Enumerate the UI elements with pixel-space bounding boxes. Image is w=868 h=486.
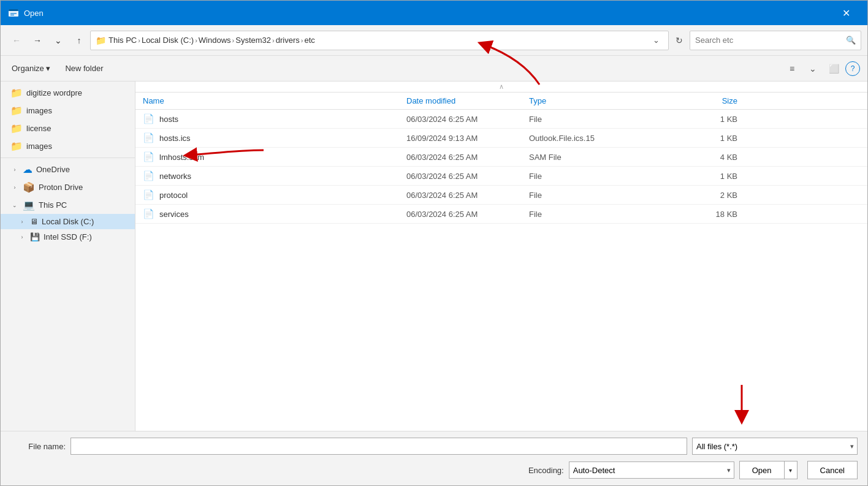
dialog-title: Open	[24, 9, 44, 18]
file-name-networks: networks	[159, 172, 191, 181]
sidebar-item-images-2[interactable]: 📁 images	[1, 137, 135, 155]
intelssd-icon: 💾	[30, 232, 40, 241]
title-bar-icon	[8, 7, 19, 18]
view-dropdown-button[interactable]: ⌄	[804, 60, 822, 77]
scroll-up-icon: ∧	[499, 83, 504, 91]
encoding-select-wrapper[interactable]: Auto-Detect UTF-8 UTF-16	[569, 461, 734, 479]
file-area: ∧ Name Date modified Type Size	[135, 82, 867, 431]
filename-input[interactable]	[70, 438, 687, 455]
search-input[interactable]	[695, 36, 842, 45]
new-folder-button[interactable]: New folder	[61, 61, 107, 75]
scroll-up-indicator: ∧	[135, 82, 867, 93]
file-type-networks: File	[529, 172, 664, 181]
encoding-row: Encoding: Auto-Detect UTF-8 UTF-16 Open …	[10, 461, 858, 479]
expand-icon-thispc: ⌄	[10, 201, 19, 210]
view-tile-button[interactable]: ⬜	[824, 60, 843, 77]
main-area: 📁 digitize wordpre 📁 images 📁 license 📁 …	[1, 82, 867, 431]
file-row-networks[interactable]: 📄 networks 06/03/2024 6:25 AM File 1 KB	[135, 167, 867, 186]
file-size-lmhosts: 4 KB	[664, 153, 737, 162]
file-icon-protocol: 📄	[143, 189, 154, 200]
address-folder-icon: 📁	[96, 36, 106, 45]
file-row-services[interactable]: 📄 services 06/03/2024 6:25 AM File 18 KB	[135, 205, 867, 224]
file-date-protocol: 06/03/2024 6:25 AM	[406, 191, 529, 200]
title-bar: Open ✕	[1, 1, 867, 25]
sidebar-item-digitize-wordpre[interactable]: 📁 digitize wordpre	[1, 84, 135, 102]
sidebar-label-proton: Proton Drive	[39, 183, 130, 192]
file-size-services: 18 KB	[664, 210, 737, 219]
sidebar-label-license: license	[26, 124, 130, 133]
file-date-services: 06/03/2024 6:25 AM	[406, 210, 529, 219]
breadcrumb-item-localdisk: Local Disk (C:)	[142, 36, 194, 45]
sidebar-item-license[interactable]: 📁 license	[1, 120, 135, 137]
search-icon: 🔍	[846, 36, 856, 45]
file-icon-hosts: 📄	[143, 113, 154, 124]
breadcrumb-item-etc: etc	[304, 36, 314, 45]
file-size-protocol: 2 KB	[664, 191, 737, 200]
file-row-hosts[interactable]: 📄 hosts 06/03/2024 6:25 AM File 1 KB	[135, 110, 867, 129]
file-name-protocol: protocol	[159, 191, 188, 200]
col-header-name[interactable]: Name	[143, 96, 406, 105]
file-name-services: services	[159, 210, 189, 219]
col-header-size[interactable]: Size	[664, 96, 737, 105]
file-icon-services: 📄	[143, 208, 154, 219]
file-type-protocol: File	[529, 191, 664, 200]
close-button[interactable]: ✕	[832, 1, 860, 25]
bottom-bar: File name: All files (*.*) Encoding: Aut…	[1, 431, 867, 485]
proton-icon: 📦	[23, 181, 35, 193]
file-type-lmhosts: SAM File	[529, 153, 664, 162]
localdisk-icon: 🖥	[30, 217, 38, 226]
forward-button[interactable]: →	[28, 31, 47, 50]
refresh-button[interactable]: ↻	[670, 31, 688, 50]
folder-icon: 📁	[10, 140, 23, 152]
expand-icon-localdisk: ›	[18, 218, 26, 226]
file-date-hosts-ics: 16/09/2024 9:13 AM	[406, 134, 529, 143]
open-button[interactable]: Open	[739, 461, 784, 479]
encoding-label: Encoding:	[528, 466, 564, 475]
sidebar-item-images-1[interactable]: 📁 images	[1, 102, 135, 120]
help-button[interactable]: ?	[845, 61, 860, 76]
onedrive-icon: ☁	[23, 164, 32, 175]
file-type-hosts: File	[529, 115, 664, 124]
file-icon-lmhosts: 📄	[143, 151, 154, 162]
file-size-networks: 1 KB	[664, 172, 737, 181]
sidebar-item-intel-ssd[interactable]: › 💾 Intel SSD (F:)	[1, 229, 135, 245]
back-button[interactable]: ←	[7, 31, 26, 50]
filename-row: File name: All files (*.*)	[10, 438, 858, 455]
up-button[interactable]: ↑	[69, 31, 89, 50]
sidebar-label-images1: images	[26, 106, 130, 115]
file-size-hosts: 1 KB	[664, 115, 737, 124]
sidebar-label-thispc: This PC	[39, 200, 130, 210]
file-date-networks: 06/03/2024 6:25 AM	[406, 172, 529, 181]
sidebar-item-proton-drive[interactable]: › 📦 Proton Drive	[1, 178, 135, 196]
filetype-select-wrapper[interactable]: All files (*.*)	[692, 438, 858, 455]
filetype-select[interactable]: All files (*.*)	[692, 438, 858, 455]
toolbar: ← → ⌄ ↑ 📁 This PC › Local Disk (C:) › Wi…	[1, 25, 867, 56]
address-dropdown-button[interactable]: ⌄	[649, 32, 663, 49]
sidebar-item-onedrive[interactable]: › ☁ OneDrive	[1, 161, 135, 178]
file-name-hosts: hosts	[159, 115, 178, 124]
dropdown-recent-button[interactable]: ⌄	[48, 31, 68, 50]
col-header-type[interactable]: Type	[529, 96, 664, 105]
sidebar-item-this-pc[interactable]: ⌄ 💻 This PC	[1, 196, 135, 214]
cancel-button[interactable]: Cancel	[807, 461, 858, 479]
file-size-hosts-ics: 1 KB	[664, 134, 737, 143]
open-dropdown-button[interactable]: ▾	[784, 461, 798, 479]
organize-button[interactable]: Organize ▾	[8, 61, 54, 75]
encoding-select[interactable]: Auto-Detect UTF-8 UTF-16	[569, 461, 734, 479]
breadcrumb-item-windows: Windows	[199, 36, 231, 45]
view-list-button[interactable]: ≡	[783, 60, 801, 77]
filename-label: File name:	[10, 442, 66, 451]
file-type-hosts-ics: Outlook.File.ics.15	[529, 134, 664, 143]
search-box[interactable]: 🔍	[690, 31, 861, 50]
address-bar[interactable]: 📁 This PC › Local Disk (C:) › Windows › …	[90, 31, 669, 50]
sidebar-label-onedrive: OneDrive	[36, 165, 130, 174]
file-list-header: Name Date modified Type Size	[135, 93, 867, 110]
file-row-hosts-ics[interactable]: 📄 hosts.ics 16/09/2024 9:13 AM Outlook.F…	[135, 129, 867, 148]
file-scroll[interactable]: 📄 hosts 06/03/2024 6:25 AM File 1 KB 📄 h…	[135, 110, 867, 431]
file-row-lmhosts[interactable]: 📄 lmhosts.sam 06/03/2024 6:25 AM SAM Fil…	[135, 148, 867, 167]
col-header-date[interactable]: Date modified	[406, 96, 529, 105]
file-icon-hosts-ics: 📄	[143, 132, 154, 143]
file-row-protocol[interactable]: 📄 protocol 06/03/2024 6:25 AM File 2 KB	[135, 186, 867, 205]
sidebar-item-local-disk[interactable]: › 🖥 Local Disk (C:)	[1, 214, 135, 229]
breadcrumb-item-thispc: This PC	[108, 36, 137, 45]
